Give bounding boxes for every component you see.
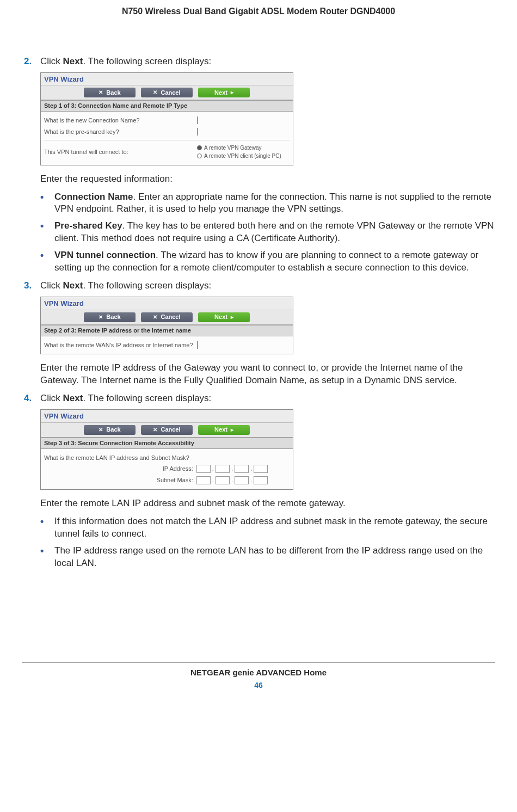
next-button-label: Next [214, 89, 227, 97]
ip-address-input[interactable]: ... [196, 465, 268, 473]
back-button-label: Back [106, 426, 120, 434]
tunnel-connect-label: This VPN tunnel will connect to: [44, 148, 197, 156]
vpn-wizard-panel-2: VPN Wizard ✕Back ✕Cancel Next▸ Step 2 of… [40, 297, 293, 354]
cancel-button-label: Cancel [161, 89, 180, 97]
cancel-button-label: Cancel [161, 426, 180, 434]
step-3-text-post: . The following screen displays: [83, 280, 211, 291]
chevron-right-icon: ▸ [231, 89, 233, 96]
radio-remote-gateway-label: A remote VPN Gateway [204, 144, 262, 152]
panel-2-toolbar: ✕Back ✕Cancel Next▸ [41, 310, 293, 325]
cancel-button[interactable]: ✕Cancel [141, 425, 193, 435]
panel-1-body: What is the new Connection Name? What is… [41, 112, 293, 165]
step-3-number: 3. [22, 280, 40, 292]
connection-name-label: What is the new Connection Name? [44, 116, 197, 125]
radio-remote-gateway[interactable]: A remote VPN Gateway [197, 144, 290, 152]
panel-3-subheader: Step 3 of 3: Secure Connection Remote Ac… [41, 438, 293, 449]
radio-remote-client[interactable]: A remote VPN client (single PC) [197, 152, 290, 160]
bullet-mismatch-warning: If this information does not match the L… [54, 515, 495, 540]
step-2-number: 2. [22, 56, 40, 68]
step-4-text-bold: Next [63, 393, 83, 403]
bullet-connection-name: Connection Name. Enter an appropriate na… [54, 191, 495, 216]
bullet-vpn-tunnel: VPN tunnel connection. The wizard has to… [54, 249, 495, 274]
radio-dot-icon [197, 153, 202, 158]
bullet-icon: • [40, 191, 54, 216]
panel-3-body: What is the remote LAN IP address and Su… [41, 449, 293, 490]
bullet-icon: • [40, 515, 54, 540]
back-button-label: Back [106, 89, 120, 97]
next-button-label: Next [214, 426, 227, 434]
vpn-wizard-panel-1: VPN Wizard ✕Back ✕Cancel Next▸ Step 1 of… [40, 72, 293, 165]
close-icon: ✕ [153, 426, 157, 434]
back-button[interactable]: ✕Back [84, 88, 136, 97]
chevron-right-icon: ▸ [231, 426, 233, 434]
subnet-mask-label: Subnet Mask: [150, 476, 193, 484]
cancel-button[interactable]: ✕Cancel [141, 88, 193, 97]
panel-2-subheader: Step 2 of 3: Remote IP address or the In… [41, 325, 293, 336]
close-icon: ✕ [153, 313, 157, 321]
radio-dot-icon [197, 145, 202, 150]
panel-2-title: VPN Wizard [41, 297, 293, 310]
step-3-text-pre: Click [40, 280, 63, 291]
cancel-button-label: Cancel [161, 313, 180, 321]
radio-remote-client-label: A remote VPN client (single PC) [204, 152, 281, 160]
panel-2-body: What is the remote WAN's IP address or I… [41, 336, 293, 354]
preshared-key-label: What is the pre-shared key? [44, 128, 197, 136]
step-4-number: 4. [22, 392, 40, 405]
bullet-bold-1: Pre-shared Key [54, 220, 122, 231]
subnet-mask-input[interactable]: ... [196, 476, 268, 484]
doc-header-title: N750 Wireless Dual Band Gigabit ADSL Mod… [22, 5, 495, 17]
panel-1-toolbar: ✕Back ✕Cancel Next▸ [41, 85, 293, 100]
panel-3-title: VPN Wizard [41, 410, 293, 423]
bullet-icon: • [40, 545, 54, 570]
remote-wan-input[interactable] [197, 341, 198, 349]
back-button-label: Back [106, 313, 120, 321]
next-button[interactable]: Next▸ [198, 88, 250, 97]
back-button[interactable]: ✕Back [84, 425, 136, 435]
step-4-text-pre: Click [40, 393, 63, 403]
page-footer: NETGEAR genie ADVANCED Home 46 [22, 662, 495, 691]
back-button[interactable]: ✕Back [84, 312, 136, 322]
step-2-text-post: . The following screen displays: [83, 56, 211, 66]
vpn-wizard-panel-3: VPN Wizard ✕Back ✕Cancel Next▸ Step 3 of… [40, 409, 293, 490]
cancel-button[interactable]: ✕Cancel [141, 312, 193, 322]
bullet-preshared-key: Pre-shared Key. The key has to be entere… [54, 220, 495, 245]
close-icon: ✕ [153, 89, 157, 96]
footer-section-title: NETGEAR genie ADVANCED Home [22, 667, 495, 678]
close-icon: ✕ [99, 426, 103, 434]
chevron-right-icon: ▸ [231, 313, 233, 321]
step-2-text-pre: Click [40, 56, 63, 66]
remote-lan-question: What is the remote LAN IP address and Su… [44, 454, 290, 462]
step-3-text-bold: Next [63, 280, 83, 291]
next-button[interactable]: Next▸ [198, 312, 250, 322]
step-2-text-bold: Next [63, 56, 83, 66]
bullet-ip-range-note: The IP address range used on the remote … [54, 545, 495, 570]
ip-address-label: IP Address: [150, 465, 193, 473]
next-button-label: Next [214, 313, 227, 321]
step-2-after-panel-text: Enter the requested information: [40, 173, 495, 186]
close-icon: ✕ [99, 313, 103, 321]
bullet-bold-2: VPN tunnel connection [54, 250, 156, 260]
close-icon: ✕ [99, 89, 103, 96]
step-4-after-panel-text: Enter the remote LAN IP address and subn… [40, 497, 495, 510]
bullet-icon: • [40, 220, 54, 245]
panel-3-toolbar: ✕Back ✕Cancel Next▸ [41, 423, 293, 438]
footer-page-number: 46 [22, 680, 495, 691]
bullet-icon: • [40, 249, 54, 274]
preshared-key-input[interactable] [197, 128, 198, 136]
step-4-text-post: . The following screen displays: [83, 393, 211, 403]
connection-name-input[interactable] [197, 116, 198, 124]
panel-1-subheader: Step 1 of 3: Connection Name and Remote … [41, 100, 293, 112]
panel-1-title: VPN Wizard [41, 73, 293, 86]
step-3-after-panel-text: Enter the remote IP address of the Gatew… [40, 362, 495, 387]
bullet-bold-0: Connection Name [54, 192, 133, 202]
next-button[interactable]: Next▸ [198, 425, 250, 435]
remote-wan-label: What is the remote WAN's IP address or I… [44, 341, 197, 349]
